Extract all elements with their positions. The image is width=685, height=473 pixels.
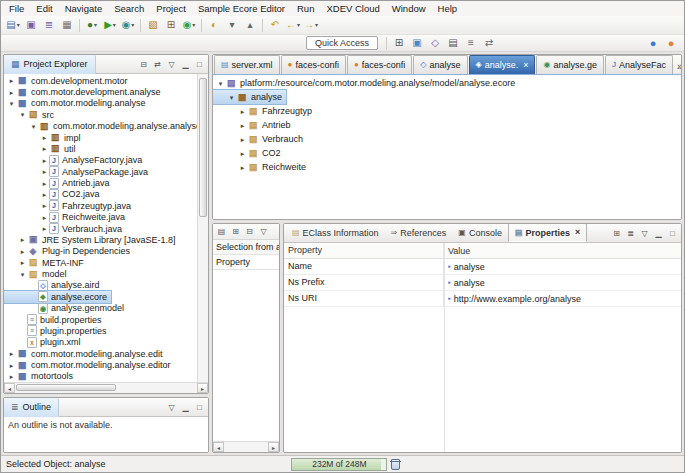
project-explorer-item[interactable]: ▸JVerbrauch.java <box>4 223 126 234</box>
project-explorer-item[interactable]: ▾▥com.motor.modeling.analyse.analyse <box>4 121 197 132</box>
project-explorer-item[interactable]: ◉analyse.genmodel <box>4 303 128 314</box>
minimize-button[interactable]: ▁ <box>652 227 665 240</box>
scrollbar-track[interactable] <box>224 442 268 452</box>
next-annotation-button[interactable]: ▾ <box>224 18 240 33</box>
twistie-collapsed-icon[interactable]: ▸ <box>7 77 16 84</box>
twistie-collapsed-icon[interactable]: ▸ <box>7 89 16 96</box>
horizontal-scrollbar[interactable]: ◂ ▸ <box>213 441 279 452</box>
twistie-expanded-icon[interactable]: ▾ <box>216 80 225 87</box>
twistie-collapsed-icon[interactable]: ▸ <box>18 259 27 266</box>
scroll-left-button[interactable]: ◂ <box>213 442 224 452</box>
scroll-left-button[interactable]: ◂ <box>4 383 15 393</box>
project-explorer-item[interactable]: ▾▦com.motor.modeling.analyse <box>4 98 150 109</box>
save-all-button[interactable]: ≣ <box>41 18 57 33</box>
scroll-right-button[interactable]: ▸ <box>268 442 279 452</box>
call-hierarchy-button[interactable]: ≡ <box>463 36 479 51</box>
run-button[interactable]: ▶▾ <box>102 18 118 33</box>
editor-tab-faces-confi[interactable]: ●faces-confi <box>347 55 412 74</box>
project-explorer-tab[interactable]: ▦ Project Explorer <box>4 55 96 74</box>
project-explorer-item[interactable]: ≡build.properties <box>4 314 106 325</box>
project-explorer-item[interactable]: ▸▥util <box>4 143 80 154</box>
twistie-collapsed-icon[interactable]: ▸ <box>40 180 49 187</box>
print-button[interactable]: ▦ <box>59 18 75 33</box>
twistie-expanded-icon[interactable]: ▾ <box>7 100 16 107</box>
view-tab-eclass-information[interactable]: ▤EClass Information <box>286 223 385 242</box>
property-row[interactable]: Name▪analyse <box>284 259 681 275</box>
property-row[interactable]: Ns Prefix▪analyse <box>284 275 681 291</box>
back-button[interactable]: ←▾ <box>285 18 301 33</box>
property-value-cell[interactable]: ▪analyse <box>444 275 681 290</box>
twistie-expanded-icon[interactable]: ▾ <box>29 123 38 130</box>
project-explorer-item[interactable]: ◇analyse.aird <box>4 280 104 291</box>
show-categories-button[interactable]: ⊞ <box>610 227 623 240</box>
project-explorer-item[interactable]: ▸JAnalyseFactory.java <box>4 155 146 166</box>
twistie-collapsed-icon[interactable]: ▸ <box>40 134 49 141</box>
twistie-collapsed-icon[interactable]: ▸ <box>40 145 49 152</box>
view-tab-references[interactable]: ⇒References <box>385 223 453 242</box>
twistie-expanded-icon[interactable]: ▾ <box>227 94 236 101</box>
menu-help[interactable]: Help <box>432 2 464 15</box>
editor-tree-item[interactable]: ▸▤Reichweite <box>213 160 310 174</box>
twistie-collapsed-icon[interactable]: ▸ <box>40 225 49 232</box>
project-explorer-item[interactable]: ◈analyse.ecore <box>4 291 111 302</box>
twistie-expanded-icon[interactable]: ▾ <box>18 111 27 118</box>
twistie-collapsed-icon[interactable]: ▸ <box>238 164 247 171</box>
project-explorer-item[interactable]: ▸JAntrieb.java <box>4 177 114 188</box>
close-icon[interactable]: × <box>523 61 528 70</box>
project-explorer-item[interactable]: ▸▦com.motor.development.analyse <box>4 86 165 97</box>
editor-tree-item[interactable]: ▾▦analyse <box>213 90 286 104</box>
synchronize-button[interactable]: ⇄ <box>481 36 497 51</box>
project-explorer-item[interactable]: ▸◈Plug-in Dependencies <box>4 246 134 257</box>
horizontal-scrollbar[interactable]: ◂ ▸ <box>4 382 208 393</box>
property-value-cell[interactable]: ▪analyse <box>444 259 681 274</box>
twistie-collapsed-icon[interactable]: ▸ <box>18 236 27 243</box>
project-explorer-item[interactable]: ▾▨model <box>4 268 71 279</box>
hidden-editors-chevron[interactable]: »31 <box>674 61 682 74</box>
property-value-cell[interactable]: ▪http://www.example.org/analyse <box>444 291 681 306</box>
project-explorer-item[interactable]: ▸▦motortools <box>4 371 77 382</box>
editor-tab-analyse[interactable]: ◇analyse <box>413 55 467 74</box>
external-tools-button[interactable]: ◉▾ <box>120 18 136 33</box>
editor-tree-item[interactable]: ▾▤platform:/resource/com.motor.modeling.… <box>213 76 519 90</box>
twistie-collapsed-icon[interactable]: ▸ <box>40 202 49 209</box>
menu-run[interactable]: Run <box>291 2 320 15</box>
project-explorer-item[interactable]: ▸▦com.motor.modeling.analyse.editor <box>4 359 175 370</box>
run-garbage-collector-button[interactable] <box>391 459 400 470</box>
view-menu-button[interactable]: ▽ <box>638 227 651 240</box>
forward-button[interactable]: →▾ <box>303 18 319 33</box>
property-column-header[interactable]: Property <box>284 243 444 258</box>
menu-sample-ecore-editor[interactable]: Sample Ecore Editor <box>192 2 291 15</box>
maximize-button[interactable]: □ <box>666 227 679 240</box>
column-divider[interactable] <box>444 243 445 452</box>
new-package-button[interactable]: ⊞ <box>163 18 179 33</box>
project-explorer-item[interactable]: ≡plugin.properties <box>4 325 111 336</box>
editor-tab-server-xml[interactable]: ▤server.xml <box>214 55 280 74</box>
editor-tab-faces-confi[interactable]: ●faces-confi <box>281 55 346 74</box>
twistie-collapsed-icon[interactable]: ▸ <box>40 157 49 164</box>
twistie-collapsed-icon[interactable]: ▸ <box>40 214 49 221</box>
open-perspective-button[interactable]: ⊞ <box>391 36 407 51</box>
view-tab-console[interactable]: ▣Console <box>452 223 508 242</box>
project-explorer-item[interactable]: ▸JReichweite.java <box>4 212 129 223</box>
editor-tree-item[interactable]: ▸▤Antrieb <box>213 118 295 132</box>
previous-annotation-button[interactable]: ▴ <box>242 18 258 33</box>
twistie-collapsed-icon[interactable]: ▸ <box>40 191 49 198</box>
project-explorer-item[interactable]: ▸▣JRE System Library [JavaSE-1.8] <box>4 234 180 245</box>
project-explorer-item[interactable]: ▸JAnalysePackage.java <box>4 166 152 177</box>
outline-tab[interactable]: ≣ Outline <box>4 398 59 417</box>
twistie-collapsed-icon[interactable]: ▸ <box>238 136 247 143</box>
menu-search[interactable]: Search <box>108 2 150 15</box>
twistie-collapsed-icon[interactable]: ▸ <box>7 373 16 380</box>
editor-tree-item[interactable]: ▸▤Fahrzeugtyp <box>213 104 316 118</box>
view-menu-button[interactable]: ▽ <box>257 225 270 238</box>
menu-navigate[interactable]: Navigate <box>59 2 109 15</box>
menu-project[interactable]: Project <box>150 2 192 15</box>
editor-tree-item[interactable]: ▸▤Verbrauch <box>213 132 307 146</box>
vertical-scrollbar[interactable] <box>197 74 208 382</box>
scrollbar-thumb[interactable] <box>16 384 116 391</box>
show-tree-button[interactable]: ▤ <box>215 225 228 238</box>
view-menu-button[interactable]: ▽ <box>165 401 178 414</box>
scroll-right-button[interactable]: ▸ <box>197 383 208 393</box>
project-explorer-item[interactable]: ▸▥impl <box>4 132 85 143</box>
maximize-button[interactable]: □ <box>193 401 206 414</box>
